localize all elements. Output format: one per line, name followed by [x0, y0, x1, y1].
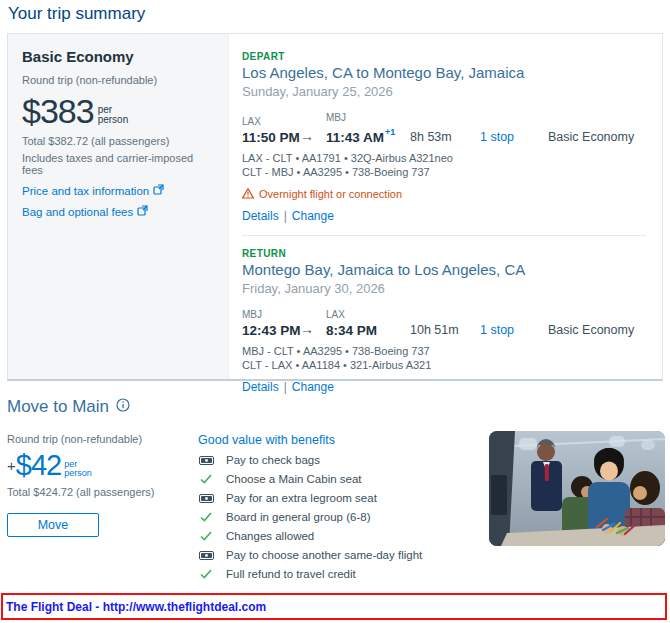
price-block: $383 per person — [22, 96, 214, 126]
benefit-label: Full refund to travel credit — [226, 568, 356, 580]
per-person-label: per person — [98, 105, 129, 125]
move-trip-type: Round trip (non-refundable) — [7, 433, 198, 445]
plus-day-badge: +1 — [385, 127, 395, 137]
depart-time: 11:50 PM — [242, 130, 300, 145]
depart-origin-cell: LAX 11:50 PM — [242, 116, 300, 145]
return-origin-cell: MBJ 12:43 PM — [242, 309, 300, 338]
warning-icon — [242, 188, 254, 201]
benefit-item: Choose a Main Cabin seat — [198, 473, 468, 485]
trip-summary-card: Basic Economy Round trip (non-refundable… — [7, 33, 663, 381]
depart-label: DEPART — [242, 51, 648, 62]
return-route-title: Montego Bay, Jamaica to Los Angeles, CA — [242, 262, 648, 278]
benefit-label: Pay to choose another same-day flight — [226, 549, 422, 561]
money-icon — [198, 456, 214, 465]
depart-duration: 8h 53m — [410, 130, 480, 145]
external-link-icon — [137, 205, 148, 218]
arrow-right-icon: → — [300, 128, 326, 145]
return-stops-link[interactable]: 1 stop — [480, 323, 514, 337]
fare-summary-panel: Basic Economy Round trip (non-refundable… — [8, 34, 229, 379]
depart-route-title: Los Angeles, CA to Montego Bay, Jamaica — [242, 65, 648, 81]
info-icon[interactable] — [116, 398, 130, 416]
dest-airport-code: LAX — [326, 309, 410, 320]
price-tax-link-label: Price and tax information — [22, 185, 149, 197]
depart-change-link[interactable]: Change — [292, 209, 334, 223]
origin-airport-code: LAX — [242, 116, 300, 127]
price-tax-link[interactable]: Price and tax information — [22, 184, 214, 197]
return-label: RETURN — [242, 248, 648, 259]
arrive-time: 11:43 AM+1 — [326, 126, 410, 145]
move-button[interactable]: Move — [7, 513, 99, 537]
depart-flight-row: LAX 11:50 PM → MBJ 11:43 AM+1 8h 53m 1 s… — [242, 112, 648, 145]
benefit-item: Full refund to travel credit — [198, 568, 468, 580]
arrive-time-value: 11:43 AM — [326, 130, 384, 145]
overnight-warning: Overnight flight or connection — [242, 188, 648, 201]
person-label: person — [98, 115, 129, 125]
arrive-time: 8:34 PM — [326, 323, 410, 338]
link-separator: | — [284, 209, 287, 223]
return-segments: MBJ - CLT • AA3295 • 738-Boeing 737 CLT … — [242, 344, 648, 372]
per-person-label: per person — [64, 460, 92, 478]
page-title: Your trip summary — [8, 4, 145, 24]
depart-time: 12:43 PM — [242, 323, 300, 338]
warning-text: Overnight flight or connection — [259, 188, 402, 200]
move-to-main-section: Move to Main Round trip (non-refundable)… — [7, 392, 663, 580]
depart-slice: DEPART Los Angeles, CA to Montego Bay, J… — [242, 51, 648, 223]
return-dest-cell: LAX 8:34 PM — [326, 309, 410, 338]
move-price-block: + $42 per person — [7, 452, 198, 479]
segment-line: MBJ - CLT • AA3295 • 738-Boeing 737 — [242, 344, 648, 358]
benefits-title: Good value with benefits — [198, 433, 468, 447]
benefit-item: Pay for an extra legroom seat — [198, 492, 468, 504]
slice-divider — [242, 235, 646, 236]
dest-airport-code: MBJ — [326, 112, 410, 123]
benefits-panel: Good value with benefits Pay to check ba… — [198, 433, 468, 580]
upgrade-price: $42 — [16, 452, 61, 479]
move-total-line: Total $424.72 (all passengers) — [7, 486, 198, 498]
origin-airport-code: MBJ — [242, 309, 300, 320]
benefit-item: Pay to check bags — [198, 454, 468, 466]
plus-sign: + — [7, 457, 16, 474]
depart-actions: Details|Change — [242, 210, 648, 223]
check-icon — [198, 512, 214, 522]
bag-fees-link[interactable]: Bag and optional fees — [22, 205, 214, 218]
depart-dest-cell: MBJ 11:43 AM+1 — [326, 112, 410, 145]
total-price-line: Total $382.72 (all passengers) — [22, 135, 214, 147]
segment-line: CLT - MBJ • AA3295 • 738-Boeing 737 — [242, 165, 648, 179]
return-date: Friday, January 30, 2026 — [242, 282, 648, 296]
bag-fees-link-label: Bag and optional fees — [22, 206, 133, 218]
cabin-photo — [489, 431, 665, 546]
trip-type-label: Round trip (non-refundable) — [22, 74, 214, 86]
benefit-label: Board in general group (6-8) — [226, 511, 370, 523]
benefit-item: Pay to choose another same-day flight — [198, 549, 468, 561]
depart-stops-link[interactable]: 1 stop — [480, 130, 514, 144]
benefit-label: Changes allowed — [226, 530, 314, 542]
depart-segments: LAX - CLT • AA1791 • 32Q-Airbus A321neo … — [242, 151, 648, 179]
benefit-item: Changes allowed — [198, 530, 468, 542]
return-slice: RETURN Montego Bay, Jamaica to Los Angel… — [242, 248, 648, 394]
segment-line: LAX - CLT • AA1791 • 32Q-Airbus A321neo — [242, 151, 648, 165]
segment-line: CLT - LAX • AA1184 • 321-Airbus A321 — [242, 358, 648, 372]
money-icon — [198, 551, 214, 560]
flight-deal-link[interactable]: The Flight Deal - http://www.theflightde… — [3, 600, 266, 614]
includes-fees-line: Includes taxes and carrier-imposed fees — [22, 152, 214, 176]
arrow-right-icon: → — [300, 321, 326, 338]
itinerary-panel: DEPART Los Angeles, CA to Montego Bay, J… — [229, 34, 662, 379]
return-flight-row: MBJ 12:43 PM → LAX 8:34 PM 10h 51m 1 sto… — [242, 309, 648, 338]
external-link-icon — [153, 184, 164, 197]
check-icon — [198, 474, 214, 484]
depart-date: Sunday, January 25, 2026 — [242, 85, 648, 99]
money-icon — [198, 494, 214, 503]
person-label: person — [64, 469, 92, 478]
depart-details-link[interactable]: Details — [242, 209, 279, 223]
depart-cabin: Basic Economy — [548, 130, 648, 145]
benefit-label: Choose a Main Cabin seat — [226, 473, 362, 485]
check-icon — [198, 531, 214, 541]
return-cabin: Basic Economy — [548, 323, 648, 338]
benefit-label: Pay to check bags — [226, 454, 320, 466]
check-icon — [198, 569, 214, 579]
return-duration: 10h 51m — [410, 323, 480, 338]
move-to-main-title: Move to Main — [7, 397, 109, 417]
benefit-item: Board in general group (6-8) — [198, 511, 468, 523]
benefit-label: Pay for an extra legroom seat — [226, 492, 377, 504]
move-price-panel: Round trip (non-refundable) + $42 per pe… — [7, 433, 198, 580]
footer-banner: The Flight Deal - http://www.theflightde… — [1, 593, 667, 620]
